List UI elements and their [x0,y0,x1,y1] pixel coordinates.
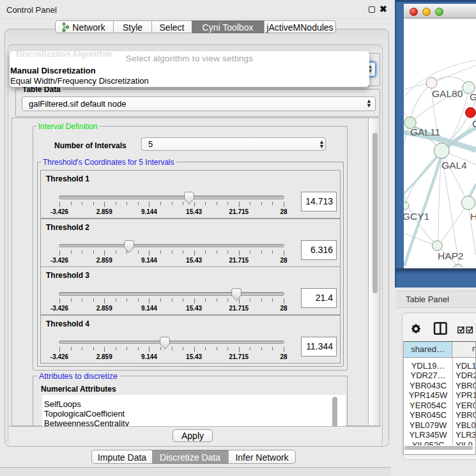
svg-text:HAP2: HAP2 [438,250,464,261]
svg-text:GAL4: GAL4 [441,160,467,171]
svg-text:C: C [472,118,476,129]
svg-text:H: H [470,211,476,222]
svg-text:GAL11: GAL11 [410,127,440,137]
svg-text:GCY1: GCY1 [404,211,429,222]
svg-text:GA: GA [470,91,476,102]
svg-text:GAL80: GAL80 [432,88,463,99]
